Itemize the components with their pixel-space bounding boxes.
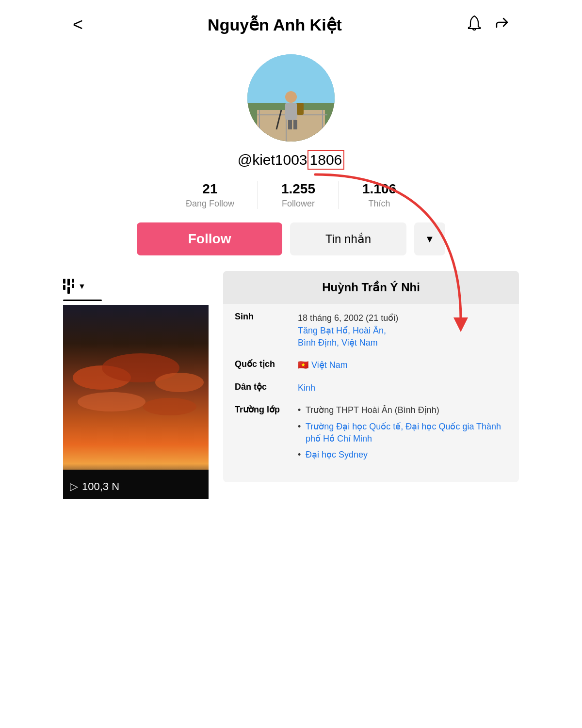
stat-likes: 1.106 Thích bbox=[339, 181, 420, 209]
view-dropdown-icon[interactable]: ▼ bbox=[78, 282, 86, 291]
ethnicity-label: Dân tộc bbox=[235, 381, 288, 392]
school-label: Trường lớp bbox=[235, 404, 288, 415]
svg-rect-11 bbox=[297, 103, 304, 115]
username-highlight: 1806 bbox=[307, 150, 345, 170]
video-view-count: 100,3 N bbox=[82, 480, 119, 493]
svg-point-19 bbox=[143, 398, 196, 415]
username-section: @kiet10031806 bbox=[53, 150, 529, 170]
svg-point-7 bbox=[285, 91, 297, 103]
header: < Nguyễn Anh Kiệt bbox=[53, 0, 529, 45]
follow-button[interactable]: Follow bbox=[137, 222, 282, 255]
school-item-2: Trường Đại học Quốc tế, Đại học Quốc gia… bbox=[298, 421, 507, 445]
nationality-value: 🇻🇳Việt Nam bbox=[298, 359, 507, 372]
username-base: @kiet1003 bbox=[238, 152, 307, 168]
following-count: 21 bbox=[202, 181, 217, 197]
stat-followers: 1.255 Follower bbox=[258, 181, 339, 209]
action-buttons: Follow Tin nhắn ▼ bbox=[53, 222, 529, 255]
username: @kiet10031806 bbox=[238, 150, 345, 170]
avatar-section bbox=[53, 54, 529, 142]
svg-rect-10 bbox=[293, 120, 297, 129]
bell-icon[interactable] bbox=[467, 15, 482, 35]
video-controls: ▼ bbox=[53, 271, 218, 300]
more-options-button[interactable]: ▼ bbox=[414, 222, 445, 255]
page-title: Nguyễn Anh Kiệt bbox=[208, 15, 342, 34]
svg-point-17 bbox=[155, 373, 204, 392]
left-panel: ▼ bbox=[53, 271, 218, 499]
share-icon[interactable] bbox=[494, 16, 509, 34]
followers-count: 1.255 bbox=[281, 181, 315, 197]
avatar bbox=[247, 54, 335, 142]
nationality-label: Quốc tịch bbox=[235, 359, 288, 369]
info-row-nationality: Quốc tịch 🇻🇳Việt Nam bbox=[235, 359, 507, 372]
ethnicity-value: Kinh bbox=[298, 381, 507, 395]
grid-view-icon[interactable] bbox=[63, 279, 74, 294]
info-row-ethnicity: Dân tộc Kinh bbox=[235, 381, 507, 395]
likes-label: Thích bbox=[369, 199, 390, 209]
svg-rect-9 bbox=[288, 120, 292, 129]
svg-point-18 bbox=[78, 392, 146, 411]
video-overlay: ▷ 100,3 N bbox=[63, 475, 209, 499]
info-row-birth: Sinh 18 tháng 6, 2002 (21 tuổi) Tăng Bạt… bbox=[235, 312, 507, 349]
svg-rect-8 bbox=[285, 103, 297, 120]
stats-section: 21 Đang Follow 1.255 Follower 1.106 Thíc… bbox=[53, 181, 529, 209]
followers-label: Follower bbox=[282, 199, 315, 209]
right-panel: Huỳnh Trần Ý Nhi Sinh 18 tháng 6, 2002 (… bbox=[218, 271, 529, 499]
school-item-3: Đại học Sydney bbox=[298, 449, 507, 461]
dropdown-arrow-icon: ▼ bbox=[425, 234, 435, 245]
header-icons bbox=[467, 15, 509, 35]
video-thumbnail[interactable]: ▷ 100,3 N bbox=[63, 305, 209, 499]
content-area: ▼ bbox=[53, 271, 529, 518]
school-value: Trường THPT Hoài Ân (Bình Định) Trường Đ… bbox=[298, 404, 507, 465]
likes-count: 1.106 bbox=[362, 181, 396, 197]
flag-icon: 🇻🇳 bbox=[298, 359, 308, 372]
info-row-school: Trường lớp Trường THPT Hoài Ân (Bình Địn… bbox=[235, 404, 507, 465]
message-button[interactable]: Tin nhắn bbox=[290, 222, 406, 255]
info-card-title: Huỳnh Trần Ý Nhi bbox=[223, 271, 519, 304]
stat-following: 21 Đang Follow bbox=[162, 181, 258, 209]
schools-list: Trường THPT Hoài Ân (Bình Định) Trường Đ… bbox=[298, 404, 507, 461]
birth-value: 18 tháng 6, 2002 (21 tuổi) Tăng Bạt Hổ, … bbox=[298, 312, 507, 349]
birth-label: Sinh bbox=[235, 312, 288, 322]
info-table: Sinh 18 tháng 6, 2002 (21 tuổi) Tăng Bạt… bbox=[223, 304, 519, 482]
school-item-1: Trường THPT Hoài Ân (Bình Định) bbox=[298, 404, 507, 416]
tab-underline bbox=[63, 300, 102, 301]
back-button[interactable]: < bbox=[73, 15, 83, 35]
play-icon: ▷ bbox=[70, 480, 78, 493]
following-label: Đang Follow bbox=[186, 199, 234, 209]
info-card: Huỳnh Trần Ý Nhi Sinh 18 tháng 6, 2002 (… bbox=[223, 271, 519, 482]
